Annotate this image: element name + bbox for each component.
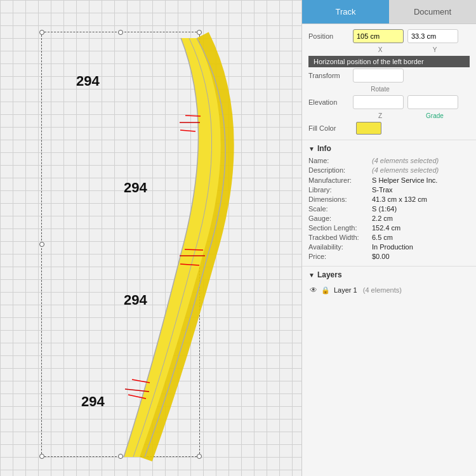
info-library-row: Library: S-Trax <box>308 186 470 194</box>
position-row: Position <box>308 29 470 43</box>
rotate-sublabel: Rotate <box>353 86 407 93</box>
info-gauge-row: Gauge: 2.2 cm <box>308 215 470 222</box>
info-gauge-value: 2.2 cm <box>372 215 393 222</box>
info-price-row: Price: $0.00 <box>308 253 470 260</box>
svg-line-0 <box>185 116 201 116</box>
fill-color-label: Fill Color <box>308 124 353 132</box>
info-name-row: Name: (4 elements selected) <box>308 157 470 164</box>
layer-1-name: Layer 1 <box>334 286 357 294</box>
grade-sublabel: Grade <box>407 112 462 119</box>
elevation-row: Elevation <box>308 95 470 109</box>
info-trackbed-row: Trackbed Width: 6.5 cm <box>308 234 470 241</box>
info-dimensions-key: Dimensions: <box>308 195 372 203</box>
layer-1-item[interactable]: 👁 🔒 Layer 1 (4 elements) <box>308 283 470 297</box>
z-sublabel: Z <box>353 112 407 119</box>
info-details: Manufacturer: S Helper Service Inc. Libr… <box>308 176 470 260</box>
info-desc-row: Description: (4 elements selected) <box>308 166 470 174</box>
layers-title: Layers <box>317 270 342 279</box>
info-desc-value: (4 elements selected) <box>372 166 439 174</box>
layer-1-count: (4 elements) <box>361 286 402 294</box>
position-y-input[interactable] <box>407 29 458 43</box>
track-label-4: 294 <box>81 393 105 410</box>
x-sublabel: X <box>353 46 407 53</box>
position-section: Position X Y Horizontal position of the … <box>302 24 476 140</box>
info-availability-value: In Production <box>372 243 413 251</box>
transform-input[interactable] <box>353 69 404 83</box>
info-name-value: (4 elements selected) <box>372 157 439 164</box>
track-label-3: 294 <box>124 292 147 308</box>
tab-document[interactable]: Document <box>389 0 476 23</box>
track-label-2: 294 <box>124 180 147 196</box>
track-svg <box>0 0 301 476</box>
position-label: Position <box>308 32 353 40</box>
elevation-grade-input[interactable] <box>407 95 458 109</box>
position-sub-labels: X Y <box>353 46 470 53</box>
right-panel: Track Document Position X Y Horizontal p… <box>301 0 476 476</box>
svg-line-2 <box>185 249 203 250</box>
layers-section: ▼ Layers 👁 🔒 Layer 1 (4 elements) <box>302 267 476 301</box>
info-dimensions-row: Dimensions: 41.3 cm x 132 cm <box>308 195 470 203</box>
track-label-1: 294 <box>76 73 100 89</box>
layer-lock-icon[interactable]: 🔒 <box>321 286 330 294</box>
elevation-label: Elevation <box>308 98 353 106</box>
elevation-sub-labels: Z Grade <box>353 112 470 119</box>
info-price-value: $0.00 <box>372 253 390 260</box>
info-scale-row: Scale: S (1:64) <box>308 205 470 213</box>
info-manufacturer-key: Manufacturer: <box>308 176 372 184</box>
info-availability-key: Availability: <box>308 243 372 251</box>
info-manufacturer-value: S Helper Service Inc. <box>372 176 437 184</box>
info-library-value: S-Trax <box>372 186 393 194</box>
fill-color-swatch[interactable] <box>356 122 381 135</box>
info-manufacturer-row: Manufacturer: S Helper Service Inc. <box>308 176 470 184</box>
tab-bar: Track Document <box>302 0 476 24</box>
info-availability-row: Availability: In Production <box>308 243 470 251</box>
position-x-input[interactable] <box>353 29 404 43</box>
info-library-key: Library: <box>308 186 372 194</box>
info-name-key: Name: <box>308 157 372 164</box>
info-header: ▼ Info <box>308 144 470 153</box>
canvas-area[interactable]: 294 294 294 294 <box>0 0 301 476</box>
transform-row: Transform <box>308 69 470 83</box>
tooltip-bar: Horizontal position of the left border <box>308 56 470 67</box>
info-gauge-key: Gauge: <box>308 215 372 222</box>
info-scale-key: Scale: <box>308 205 372 213</box>
svg-line-1 <box>180 130 195 131</box>
info-title: Info <box>317 144 331 153</box>
elevation-z-input[interactable] <box>353 95 404 109</box>
info-scale-value: S (1:64) <box>372 205 397 213</box>
fill-color-row: Fill Color <box>308 122 470 135</box>
layer-visibility-icon[interactable]: 👁 <box>310 286 317 294</box>
tab-track[interactable]: Track <box>302 0 389 23</box>
layers-header: ▼ Layers <box>308 270 470 279</box>
info-section-length-row: Section Length: 152.4 cm <box>308 224 470 232</box>
info-desc-key: Description: <box>308 166 372 174</box>
layers-triangle: ▼ <box>308 272 315 279</box>
info-price-key: Price: <box>308 253 372 260</box>
info-dimensions-value: 41.3 cm x 132 cm <box>372 195 427 203</box>
transform-label: Transform <box>308 72 353 79</box>
info-section-length-key: Section Length: <box>308 224 372 232</box>
info-section: ▼ Info Name: (4 elements selected) Descr… <box>302 140 476 267</box>
info-trackbed-value: 6.5 cm <box>372 234 393 241</box>
info-trackbed-key: Trackbed Width: <box>308 234 372 241</box>
info-triangle: ▼ <box>308 145 315 152</box>
rotate-sub-labels: Rotate <box>353 86 470 93</box>
y-sublabel: Y <box>407 46 462 53</box>
info-section-length-value: 152.4 cm <box>372 224 400 232</box>
